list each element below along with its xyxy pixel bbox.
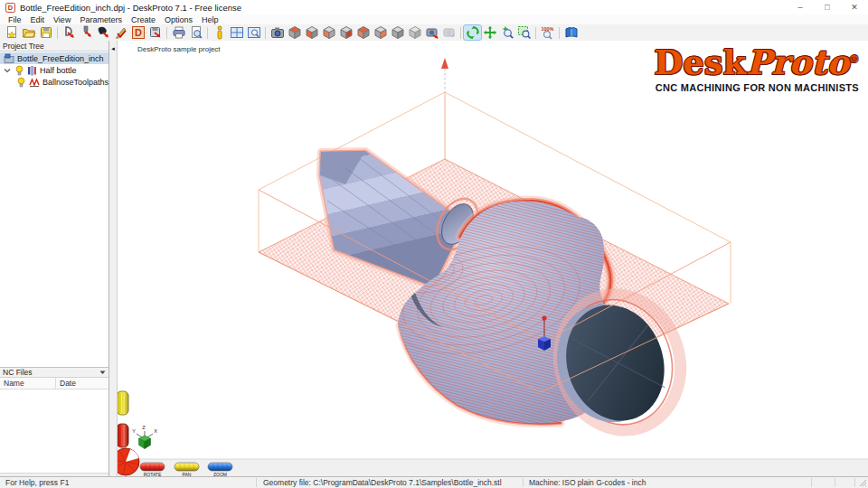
new-file-button[interactable] xyxy=(3,25,20,40)
view-iso2-button[interactable] xyxy=(406,25,423,40)
project-icon xyxy=(4,53,14,64)
nc-files-columns: Name Date xyxy=(0,378,108,389)
status-geometry-file: Geometry file: C:\ProgramData\DeskProto … xyxy=(263,478,502,487)
logo-wordmark: DeskProto® xyxy=(654,46,859,80)
close-button[interactable]: ✕ xyxy=(841,0,868,14)
chevron-down-icon[interactable] xyxy=(99,371,106,375)
wizard-deskproto-button[interactable]: D xyxy=(129,25,146,40)
visibility-bulb-icon[interactable] xyxy=(16,77,26,88)
zoom-in-tool-icon xyxy=(500,25,514,40)
zoom-100-button[interactable]: 100% xyxy=(539,25,556,40)
nc-col-date[interactable]: Date xyxy=(56,378,80,389)
deskproto-d-icon: D xyxy=(131,25,146,40)
rotate-tool-icon xyxy=(466,25,480,40)
view-top-button[interactable] xyxy=(286,25,303,40)
view-side-button[interactable] xyxy=(372,25,389,40)
pan-tool-button[interactable] xyxy=(481,25,498,40)
view-back-button[interactable] xyxy=(354,25,372,40)
menu-file[interactable]: File xyxy=(4,15,26,24)
snapshot-button[interactable] xyxy=(269,25,286,40)
project-tree: Bottle_FreeEdition_inch Half bottle Ball… xyxy=(0,52,108,88)
zoom-window-tool-icon xyxy=(517,25,532,40)
zoom-100-icon: 100% xyxy=(540,25,555,40)
save-file-button[interactable] xyxy=(37,25,54,40)
zoom-in-tool-button[interactable] xyxy=(498,25,515,40)
wizard-part-button[interactable] xyxy=(95,25,112,40)
menu-edit[interactable]: Edit xyxy=(26,15,50,24)
axis-z-label: Z xyxy=(142,425,146,430)
print-preview-icon xyxy=(189,25,203,40)
menu-create[interactable]: Create xyxy=(127,15,160,24)
expander-icon[interactable] xyxy=(4,67,11,74)
view-cube-front-icon xyxy=(305,25,319,40)
svg-text:D: D xyxy=(8,4,13,12)
store-view-button[interactable] xyxy=(423,25,440,40)
status-separator xyxy=(835,478,835,487)
recall-view-button[interactable] xyxy=(440,25,458,40)
print-preview-button[interactable] xyxy=(187,25,204,40)
viewport-caption: DeskProto sample project xyxy=(137,45,221,53)
open-file-button[interactable] xyxy=(20,25,37,40)
menu-view[interactable]: View xyxy=(49,15,75,24)
status-help: For Help, press F1 xyxy=(5,478,69,487)
viewport-3d[interactable]: Z Y X ROTATE PAN xyxy=(118,41,868,477)
zoom-window-tool-button[interactable] xyxy=(515,25,533,40)
tree-item-project[interactable]: Bottle_FreeEdition_inch xyxy=(0,52,108,64)
nc-col-name[interactable]: Name xyxy=(0,378,56,389)
recall-view-icon xyxy=(442,25,457,40)
panel-splitter[interactable]: ◄ xyxy=(109,41,118,477)
view-iso-button[interactable] xyxy=(389,25,406,40)
info-icon xyxy=(212,25,227,40)
nc-files-header[interactable]: NC Files xyxy=(0,367,108,378)
wizard-operation-button[interactable] xyxy=(112,25,129,40)
rotate-pill-button[interactable]: ROTATE xyxy=(140,463,165,477)
menu-help[interactable]: Help xyxy=(197,15,223,24)
help-button[interactable] xyxy=(562,25,580,40)
tree-item-part[interactable]: Half bottle xyxy=(0,64,108,76)
wizard-geometry-icon xyxy=(62,25,77,40)
logo-tagline: CNC MACHINING FOR NON MACHINISTS xyxy=(654,83,859,93)
split-view-button[interactable] xyxy=(228,25,245,40)
rotate-tool-button[interactable] xyxy=(464,25,481,40)
wizard-geometry-button[interactable] xyxy=(61,25,78,40)
view-left-button[interactable] xyxy=(320,25,337,40)
collapse-arrow-icon[interactable]: ◄ xyxy=(110,46,116,52)
menu-options[interactable]: Options xyxy=(160,15,197,24)
save-icon xyxy=(39,25,53,40)
print-button[interactable] xyxy=(170,25,187,40)
view-cube-left-icon xyxy=(322,25,336,40)
visibility-bulb-icon[interactable] xyxy=(14,65,24,76)
resize-grip[interactable] xyxy=(859,479,867,487)
wizard-part-icon xyxy=(97,25,111,40)
menu-parameters[interactable]: Parameters xyxy=(75,15,127,24)
pan-tool-icon xyxy=(483,25,497,40)
tree-item-part-label: Half bottle xyxy=(40,66,77,75)
minimize-button[interactable]: – xyxy=(787,0,814,14)
view-cube-right-icon xyxy=(339,25,354,40)
info-button[interactable] xyxy=(211,25,228,40)
view-front-button[interactable] xyxy=(303,25,320,40)
status-separator xyxy=(854,478,855,487)
mouse-legend-bars xyxy=(118,391,128,447)
preview-pane-button[interactable] xyxy=(245,25,262,40)
view-cube-back-icon xyxy=(356,25,371,40)
tree-item-operation[interactable]: BallnoseToolpaths xyxy=(0,76,108,88)
logo-registered-mark: ® xyxy=(849,53,859,65)
maximize-button[interactable]: □ xyxy=(814,0,841,14)
nav-pill-buttons: ROTATE PAN ZOOM xyxy=(140,463,232,477)
tree-item-project-label: Bottle_FreeEdition_inch xyxy=(17,54,104,63)
status-separator xyxy=(256,478,257,487)
wizard-cutter-button[interactable] xyxy=(78,25,95,40)
spindle-axis-indicator xyxy=(441,58,448,92)
new-file-icon xyxy=(5,25,19,40)
menu-bar: File Edit View Parameters Create Options… xyxy=(0,14,868,24)
main-area: Project Tree Bottle_FreeEdition_inch Hal… xyxy=(0,41,868,477)
status-separator xyxy=(523,478,524,487)
view-right-button[interactable] xyxy=(337,25,354,40)
write-nc-button[interactable] xyxy=(146,25,164,40)
view-cube-iso2-icon xyxy=(408,25,422,40)
wizard-operation-icon xyxy=(114,25,128,40)
orientation-axes: Z Y X xyxy=(132,425,157,449)
tree-item-operation-label: BallnoseToolpaths xyxy=(42,78,108,87)
status-bar: For Help, press F1 Geometry file: C:\Pro… xyxy=(0,476,868,488)
